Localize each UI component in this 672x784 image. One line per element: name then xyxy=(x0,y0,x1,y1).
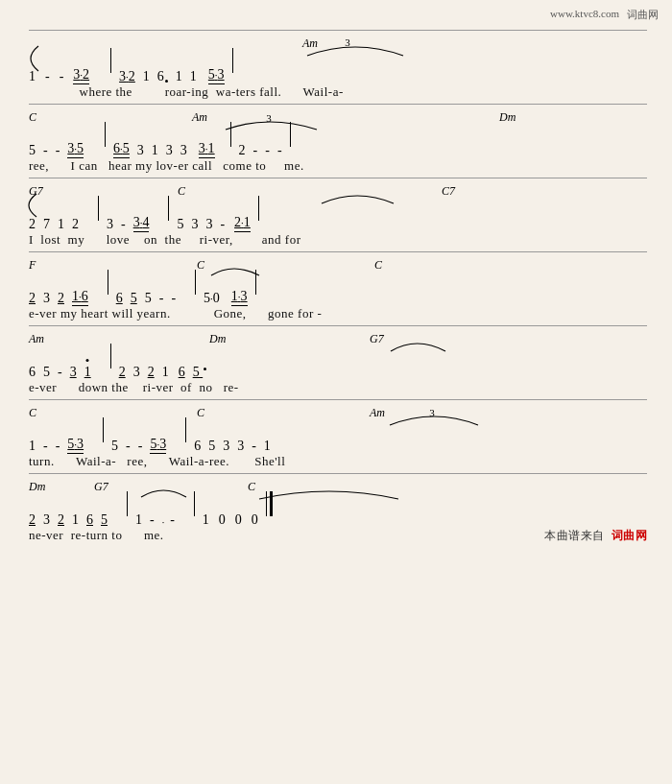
music-row-7: Dm G7 2 3 2 1 6 5 C xyxy=(29,473,647,544)
note-32b: 3·2 xyxy=(119,69,135,84)
slur-arc-row6: 3 xyxy=(382,406,488,429)
slur-arc-row3 xyxy=(317,186,403,207)
music-row-6: C 1 - - 5·3 C 5 - - 5·3 Am xyxy=(29,399,647,469)
top-bar: www.ktvc8.com 词曲网 xyxy=(13,8,659,22)
note-2c: 2 xyxy=(72,217,79,232)
svg-text:3: 3 xyxy=(345,36,350,48)
chord-g7-7: G7 xyxy=(94,480,108,494)
note-1j: 1 xyxy=(264,439,271,454)
note-dash-7b: - xyxy=(170,512,175,528)
note-6c: 6 xyxy=(29,365,36,380)
note-35: 3·5 xyxy=(67,141,84,158)
note-dash-2: - xyxy=(60,69,64,84)
note-dot-7a: · xyxy=(162,517,165,528)
note-31: 3·1 xyxy=(199,141,215,158)
lyric-row-4: e-ver my heart will yearn. Gone, gone fo… xyxy=(29,306,647,321)
note-2d: 2 xyxy=(29,291,36,306)
chord-c-4: C xyxy=(197,258,204,273)
site-url: www.ktvc8.com xyxy=(550,8,619,22)
note-dash-2e: - xyxy=(277,143,282,158)
note-dash-5a: - xyxy=(58,365,62,380)
note-34: 3·4 xyxy=(133,215,150,232)
note-dash-2a: - xyxy=(43,143,48,158)
svg-text:3: 3 xyxy=(429,407,435,418)
note-3a: 3 xyxy=(137,143,144,158)
note-5d: 5 xyxy=(43,365,50,380)
chord-dm-2: Dm xyxy=(499,110,516,125)
barline-1 xyxy=(110,48,111,73)
note-dash-3a: - xyxy=(121,217,126,232)
barline-2a xyxy=(105,122,106,147)
note-6e: 6 xyxy=(194,439,201,454)
note-dash-4a: - xyxy=(159,291,164,306)
chord-am-5: Am xyxy=(29,332,44,346)
note-1m: 1 xyxy=(203,512,209,528)
lyric-text-7: ne-ver re-turn to me. xyxy=(29,528,164,544)
note-dash-7a: - xyxy=(150,512,155,528)
page: www.ktvc8.com 词曲网 3 1 - - 3·2 xyxy=(0,0,672,784)
footer-source: 本曲谱来自 词曲网 xyxy=(544,528,647,544)
slur-arc-row7b xyxy=(254,482,408,503)
note-50: 5·0 xyxy=(204,291,220,306)
note-1l: 1 xyxy=(135,512,142,528)
note-3h: 3 xyxy=(70,365,77,380)
barline-7a xyxy=(127,491,128,516)
lyric-row-3: I lost my love on the ri-ver, and for xyxy=(29,232,647,248)
note-5f: 5 xyxy=(111,439,118,454)
note-1f: 1 xyxy=(58,217,64,232)
barline-3a xyxy=(98,196,99,221)
note-3g: 3 xyxy=(43,291,50,306)
note-3k: 3 xyxy=(237,439,244,454)
note-3f: 3 xyxy=(205,217,212,232)
chord-dm-5: Dm xyxy=(209,332,226,346)
note-dash-1: - xyxy=(45,69,50,84)
chord-am-1: Am xyxy=(302,36,318,51)
note-6d: 6 xyxy=(179,365,185,380)
note-dash-6e: - xyxy=(252,439,256,454)
note-2b: 2 xyxy=(29,217,36,232)
note-dash-6d: - xyxy=(138,439,143,454)
note-53b: 5·3 xyxy=(67,437,84,454)
note-3c: 3 xyxy=(180,143,187,158)
lyric-row-6: turn. Wail-a- ree, Wail-a-ree. She'll xyxy=(29,454,647,469)
note-3j: 3 xyxy=(223,439,229,454)
barline-3b xyxy=(168,196,169,221)
slur-arc-row1: 3 xyxy=(298,36,490,59)
note-3d: 3 xyxy=(107,217,113,232)
site-label-footer: 词曲网 xyxy=(612,529,648,542)
svg-text:3: 3 xyxy=(266,112,272,124)
note-5a: 5 xyxy=(177,217,183,232)
lyric-row-5: e-ver down the ri-ver of no re- xyxy=(29,380,647,395)
chord-g7-5: G7 xyxy=(370,332,384,346)
note-53c: 5·3 xyxy=(150,437,166,454)
note-dash-4b: - xyxy=(171,291,176,306)
note-1e: 1 xyxy=(152,143,158,158)
note-53: 5·3 xyxy=(208,67,225,84)
note-1c: 1 xyxy=(176,69,182,84)
note-dash-2c: - xyxy=(253,143,258,158)
note-3l: 3 xyxy=(43,512,50,528)
barline-3c xyxy=(258,196,259,221)
chord-am-2: Am xyxy=(192,110,207,125)
chord-c-3: C xyxy=(178,184,185,199)
note-1i: 1 xyxy=(29,439,36,454)
note-5e: 5 xyxy=(193,365,207,380)
note-dash-6b: - xyxy=(56,439,60,454)
slur-arc-row2: 3 xyxy=(221,112,336,133)
note-1g: 1 xyxy=(84,365,91,380)
barline-6b xyxy=(185,417,186,442)
curve-start xyxy=(21,44,40,73)
note-dash-3b: - xyxy=(220,217,225,232)
note-0a: 0 xyxy=(219,512,226,528)
chord-c-2: C xyxy=(29,110,36,125)
chord-dm-7: Dm xyxy=(29,480,45,494)
note-13: 1·3 xyxy=(231,289,248,306)
chord-g7-3: G7 xyxy=(29,184,43,199)
note-6f: 6 xyxy=(86,512,93,528)
lyric-row-7: ne-ver re-turn to me. 本曲谱来自 词曲网 xyxy=(29,528,647,544)
note-1k: 1 xyxy=(72,512,79,528)
site-label-top: 词曲网 xyxy=(627,8,659,22)
music-row-2: C 5 - - 3·5 Am 3 6·5 3 1 3 3 xyxy=(29,104,647,174)
note-2g: 2 xyxy=(148,365,155,380)
chord-c-6: C xyxy=(29,406,36,420)
